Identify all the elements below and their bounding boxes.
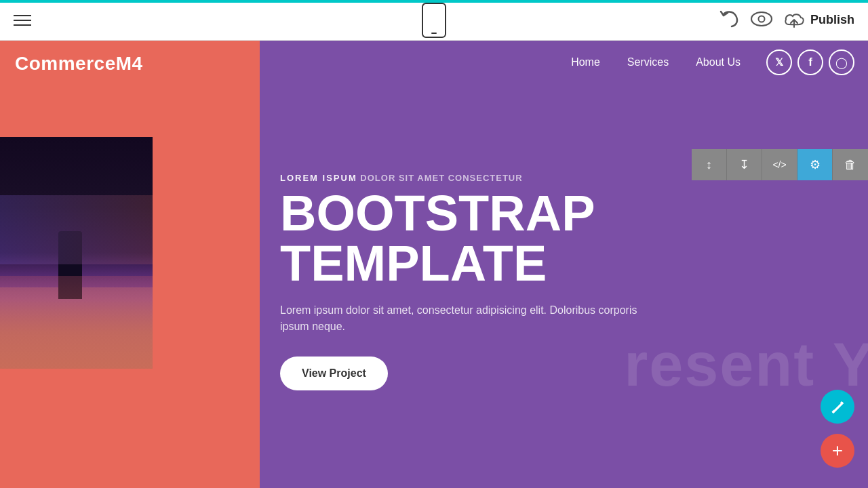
download-icon: ↧ — [739, 157, 749, 172]
settings-icon: ⚙ — [810, 157, 821, 172]
facebook-button[interactable]: f — [797, 49, 823, 75]
trash-icon: 🗑 — [844, 158, 856, 172]
code-icon: </> — [772, 159, 786, 170]
sort-icon: ↕ — [706, 158, 712, 172]
nav-about[interactable]: About Us — [684, 51, 753, 74]
plus-icon: + — [832, 441, 843, 460]
brand-name: CommerceM4 — [15, 53, 143, 75]
fab-pen-button[interactable] — [821, 390, 854, 424]
hero-subtitle: LOREM ISPUM DOLOR SIT AMET CONSECTETUR — [280, 173, 861, 183]
facebook-icon: f — [808, 56, 812, 69]
toolbar-right: Publish — [719, 10, 854, 30]
publish-label: Publish — [810, 13, 854, 27]
nav-services[interactable]: Services — [615, 51, 681, 74]
right-panel: Home Services About Us 𝕏 f ◯ ↕ — [260, 41, 868, 488]
social-icons: 𝕏 f ◯ — [766, 49, 854, 75]
hero-image — [0, 137, 153, 369]
preview-button[interactable] — [751, 12, 772, 29]
teal-top-border — [0, 0, 868, 3]
fab-plus-button[interactable]: + — [821, 434, 854, 468]
view-project-button[interactable]: View Project — [280, 357, 388, 390]
svg-point-0 — [751, 12, 772, 26]
publish-button[interactable]: Publish — [783, 11, 854, 30]
twitter-icon: 𝕏 — [775, 56, 783, 68]
airport-scene — [0, 137, 153, 369]
hero-title-line1: BOOTSTRAP — [280, 188, 861, 239]
mobile-preview-icon[interactable] — [422, 3, 446, 38]
toolbar-center — [422, 3, 446, 38]
main-content: CommerceM4 Home Services Abou — [0, 41, 868, 488]
hero-subtitle-bold: LOREM ISPUM — [280, 173, 357, 183]
toolbar-left — [14, 15, 31, 26]
hamburger-button[interactable] — [14, 15, 31, 26]
hero-subtitle-rest: DOLOR SIT AMET CONSECTETUR — [357, 173, 523, 183]
hero-content: LOREM ISPUM DOLOR SIT AMET CONSECTETUR B… — [280, 173, 861, 390]
nav-home[interactable]: Home — [559, 51, 612, 74]
hero-title-line2: TEMPLATE — [280, 239, 861, 289]
nav-bar: Home Services About Us 𝕏 f ◯ — [260, 41, 868, 84]
floor — [0, 287, 153, 369]
nav-links: Home Services About Us — [559, 51, 753, 74]
top-toolbar: Publish — [0, 0, 868, 41]
instagram-icon: ◯ — [835, 56, 848, 69]
hero-title: BOOTSTRAP TEMPLATE — [280, 188, 861, 289]
undo-button[interactable] — [719, 10, 740, 30]
svg-point-1 — [758, 16, 764, 22]
luggage-silhouette — [58, 231, 82, 299]
twitter-button[interactable]: 𝕏 — [766, 49, 792, 75]
instagram-button[interactable]: ◯ — [829, 49, 854, 75]
hero-description: Lorem ipsum dolor sit amet, consectetur … — [280, 302, 639, 335]
left-panel: CommerceM4 — [0, 41, 260, 488]
